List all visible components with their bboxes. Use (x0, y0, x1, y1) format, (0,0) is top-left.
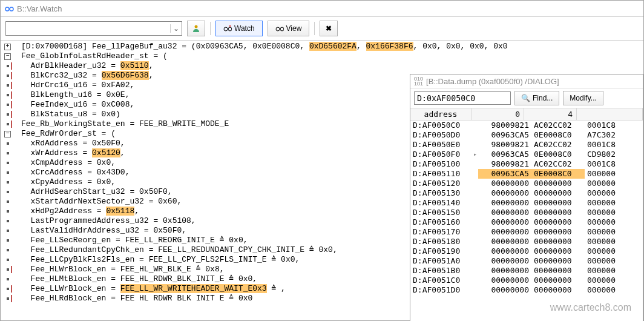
dump-row[interactable]: D:AF0051400000000000000000000000 (410, 198, 643, 208)
bullet-icon (7, 152, 9, 154)
change-bar-icon (11, 91, 12, 99)
dump-row[interactable]: D:AF0050F0▸00963CA50E0008C0CD9802 (410, 150, 643, 159)
change-bar-icon (11, 266, 12, 273)
watch-line[interactable]: −Fee_GlobInfoLastRdHeader_st = ( (3, 51, 641, 61)
main-body: +[D:0x7000D168] Fee_llPageBuf_au32 = (0x… (1, 41, 643, 321)
watch-button[interactable]: Watch (215, 21, 263, 36)
change-bar-icon (11, 82, 12, 89)
bullet-icon (7, 171, 9, 174)
dump-row[interactable]: D:AF0051300000000000000000000000 (410, 188, 643, 198)
svg-point-5 (276, 27, 280, 31)
binary-icon: 010101 (414, 76, 423, 86)
close-button[interactable]: ✖ (320, 21, 338, 36)
expand-icon[interactable]: + (4, 44, 11, 50)
bullet-icon (7, 142, 9, 145)
separator (314, 22, 315, 35)
dump-row[interactable]: D:AF0051700000000000000000000000 (410, 227, 643, 237)
person-icon (192, 24, 200, 33)
separator (210, 22, 211, 35)
dump-toolbar: 🔍 Find... Modify... (410, 88, 643, 108)
bullet-icon (7, 181, 9, 184)
modify-button[interactable]: Modify... (563, 91, 603, 105)
change-bar-icon (11, 101, 12, 108)
change-bar-icon (11, 72, 12, 79)
bullet-icon (7, 104, 9, 106)
bullet-icon (7, 259, 9, 261)
person-button[interactable] (187, 21, 205, 36)
dump-titlebar[interactable]: 010101 [B::Data.dump (0xaf0050f0) /DIALO… (410, 74, 643, 88)
svg-point-3 (224, 27, 228, 31)
dump-row[interactable]: D:AF0051900000000000000000000000 (410, 247, 643, 256)
change-bar-icon (11, 121, 12, 128)
change-bar-icon (11, 62, 12, 70)
bullet-icon (7, 123, 9, 125)
main-toolbar: ⌄ Watch View ✖ (1, 17, 643, 41)
glasses-icon (4, 4, 14, 13)
bullet-icon (7, 94, 9, 96)
svg-point-4 (228, 27, 232, 31)
dump-row[interactable]: D:AF0050D000963CA50E0008C0A7C302 (410, 130, 643, 140)
dump-title: [B::Data.dump (0xaf0050f0) /DIALOG] (426, 77, 559, 86)
bullet-icon (7, 278, 9, 280)
bullet-icon (7, 268, 9, 271)
bullet-icon (7, 200, 9, 203)
dump-row[interactable]: D:AF0051B00000000000000000000000 (410, 266, 643, 276)
change-bar-icon (11, 285, 12, 293)
bullet-icon (7, 239, 9, 242)
svg-point-0 (5, 7, 9, 11)
dump-row[interactable]: D:AF0051200000000000000000000000 (410, 179, 643, 188)
bullet-icon (7, 288, 9, 290)
svg-point-6 (280, 27, 284, 31)
dump-row[interactable]: D:AF0051D00000000000000000000000 (410, 285, 643, 295)
change-bar-icon (11, 295, 12, 302)
close-icon: ✖ (326, 24, 332, 33)
collapse-icon[interactable]: − (4, 53, 11, 60)
chevron-down-icon[interactable]: ⌄ (170, 24, 182, 33)
address-input[interactable] (414, 91, 511, 105)
bullet-icon (7, 249, 9, 251)
svg-point-2 (195, 25, 198, 28)
bullet-icon (7, 210, 9, 213)
search-icon: 🔍 (521, 94, 530, 102)
bullet-icon (7, 74, 9, 77)
bullet-icon (7, 162, 9, 164)
bullet-icon (7, 113, 9, 116)
dump-row[interactable]: D:AF0050C098009821AC02CC020001C8 (410, 121, 643, 130)
glasses-plus-icon (223, 25, 232, 32)
dump-row[interactable]: D:AF00510098009821AC02CC020001C8 (410, 159, 643, 169)
change-bar-icon (11, 111, 12, 118)
bullet-icon (7, 230, 9, 232)
glasses-icon (275, 25, 284, 32)
view-button[interactable]: View (268, 21, 310, 36)
dump-window: 010101 [B::Data.dump (0xaf0050f0) /DIALO… (410, 74, 643, 321)
dump-header: address 0 4 (410, 108, 643, 121)
dump-row[interactable]: D:AF0050E098009821AC02CC020001C8 (410, 140, 643, 150)
dump-rows[interactable]: D:AF0050C098009821AC02CC020001C8D:AF0050… (410, 121, 643, 295)
watch-line[interactable]: +[D:0x7000D168] Fee_llPageBuf_au32 = (0x… (3, 42, 641, 51)
dump-row[interactable]: D:AF0051C00000000000000000000000 (410, 276, 643, 285)
dump-row[interactable]: D:AF0051600000000000000000000000 (410, 217, 643, 227)
main-window: B::Var.Watch ⌄ Watch View ✖ +[D:0x7000D1… (0, 0, 644, 321)
main-title: B::Var.Watch (17, 4, 62, 13)
expression-combo[interactable]: ⌄ (5, 21, 182, 36)
collapse-icon[interactable]: − (4, 131, 11, 137)
svg-point-1 (10, 7, 13, 11)
dump-row[interactable]: D:AF00511000963CA50E0008C0000000 (410, 169, 643, 179)
find-button[interactable]: 🔍 Find... (514, 91, 559, 105)
bullet-icon (7, 84, 9, 87)
bullet-icon (7, 220, 9, 222)
dump-row[interactable]: D:AF0051500000000000000000000000 (410, 208, 643, 217)
main-titlebar[interactable]: B::Var.Watch (1, 1, 643, 17)
watch-line[interactable]: AdrBlkHeader_u32 = 0x5110, (3, 61, 641, 71)
dump-row[interactable]: D:AF0051A00000000000000000000000 (410, 256, 643, 266)
bullet-icon (7, 191, 9, 193)
bullet-icon (7, 297, 9, 300)
bullet-icon (7, 65, 9, 67)
dump-row[interactable]: D:AF0051800000000000000000000000 (410, 237, 643, 247)
